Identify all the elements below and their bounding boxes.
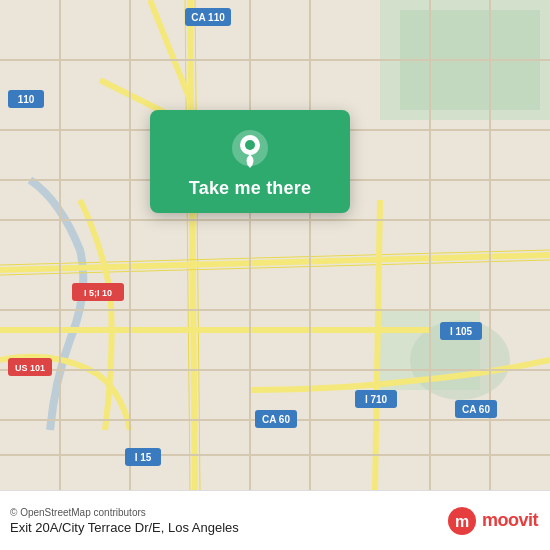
svg-text:I 5;I 10: I 5;I 10 — [84, 288, 112, 298]
svg-text:I 710: I 710 — [365, 394, 388, 405]
location-text: Exit 20A/City Terrace Dr/E, Los Angeles — [10, 520, 239, 535]
attribution-text: © OpenStreetMap contributors — [10, 507, 239, 518]
moovit-icon: m — [446, 505, 478, 537]
map-container: CA 110 110 I 105 I 5;I 10 US 101 I 710 C… — [0, 0, 550, 490]
svg-text:m: m — [455, 513, 469, 530]
svg-text:I 15: I 15 — [135, 452, 152, 463]
take-me-there-card[interactable]: Take me there — [150, 110, 350, 213]
svg-text:US 101: US 101 — [15, 363, 45, 373]
location-pin-icon — [230, 128, 270, 168]
svg-text:CA 60: CA 60 — [262, 414, 290, 425]
moovit-logo: m moovit — [446, 505, 538, 537]
moovit-text-label: moovit — [482, 510, 538, 531]
map-svg: CA 110 110 I 105 I 5;I 10 US 101 I 710 C… — [0, 0, 550, 490]
svg-text:CA 60: CA 60 — [462, 404, 490, 415]
bottom-left-info: © OpenStreetMap contributors Exit 20A/Ci… — [10, 507, 239, 535]
svg-text:I 105: I 105 — [450, 326, 473, 337]
take-me-there-label: Take me there — [189, 178, 311, 199]
svg-point-39 — [245, 140, 255, 150]
svg-text:110: 110 — [18, 94, 35, 105]
svg-text:CA 110: CA 110 — [191, 12, 225, 23]
bottom-bar: © OpenStreetMap contributors Exit 20A/Ci… — [0, 490, 550, 550]
